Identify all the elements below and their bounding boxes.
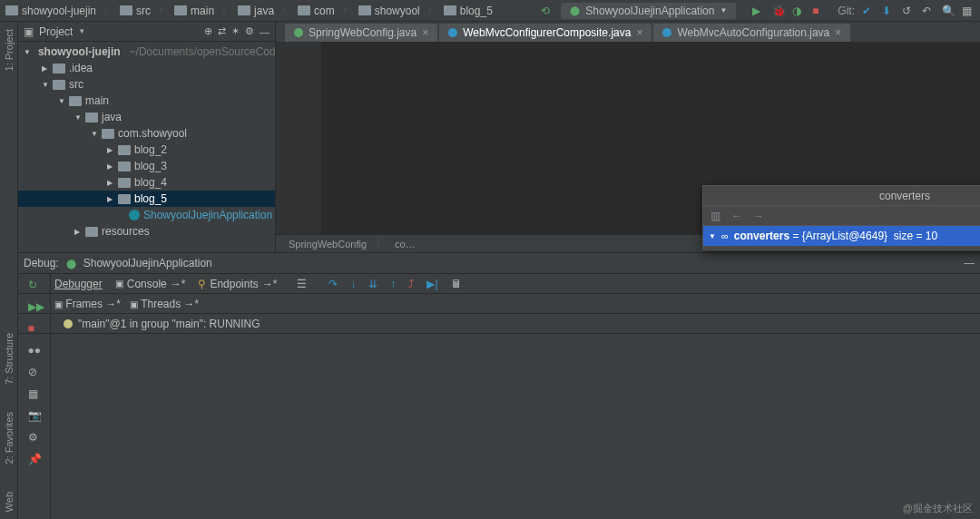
editor-tab[interactable]: SpringWebConfig.java× xyxy=(285,24,437,42)
mute-breakpoints-icon[interactable]: ⊘ xyxy=(28,366,41,378)
debug-left-toolbar: ↻ ▶▶ ■ ●● ⊘ ▦ 📷 ⚙ 📌 xyxy=(18,273,51,519)
sidebar-favorites[interactable]: 2: Favorites xyxy=(4,412,15,464)
step-out-icon[interactable]: ↑ xyxy=(390,278,396,290)
breadcrumb-showyool[interactable]: showyool xyxy=(358,5,420,17)
collapse-icon[interactable]: ✶ xyxy=(231,25,240,37)
tree-item[interactable]: ▼main xyxy=(18,93,275,109)
folder-icon xyxy=(53,80,65,90)
tree-item[interactable]: ▶.idea xyxy=(18,60,275,76)
rerun-icon[interactable]: ↻ xyxy=(28,279,41,291)
new-watch-icon[interactable]: ▥ xyxy=(710,210,720,222)
breadcrumb-src[interactable]: src xyxy=(120,5,151,17)
project-header: ▣ Project ▼ ⊕ ⇄ ✶ ⚙ — xyxy=(18,22,275,42)
tree-item[interactable]: ▶blog_2 xyxy=(18,142,275,158)
debug-icon[interactable]: 🐞 xyxy=(772,5,785,17)
git-revert-icon[interactable]: ↶ xyxy=(922,5,935,17)
step-into-icon[interactable]: ↓ xyxy=(350,278,356,290)
layout-icon[interactable]: ▦ xyxy=(28,387,41,400)
tab-debugger[interactable]: Debugger xyxy=(54,278,103,290)
tree-item[interactable]: ▼src xyxy=(18,76,275,93)
file-icon xyxy=(294,28,303,37)
step-over-icon[interactable]: ↷ xyxy=(328,278,338,290)
debug-session-name[interactable]: ShowyoolJuejinApplication xyxy=(83,257,212,269)
close-icon[interactable]: × xyxy=(636,26,642,39)
settings-icon[interactable]: ⚙ xyxy=(28,431,41,444)
back-icon[interactable]: ← xyxy=(731,210,742,222)
evaluate-icon[interactable]: 🖩 xyxy=(451,278,462,290)
editor-tab[interactable]: WebMvcAutoConfiguration.java× xyxy=(653,24,850,42)
folder-icon xyxy=(120,5,132,15)
force-step-into-icon[interactable]: ⇊ xyxy=(368,278,377,290)
popup-summary-row[interactable]: ▼ ∞ converters = {ArrayList@4649} size =… xyxy=(703,226,980,246)
run-to-cursor-icon[interactable]: ▶| xyxy=(426,278,437,290)
tree-item[interactable]: ▶blog_5 xyxy=(18,191,275,207)
view-breakpoints-icon[interactable]: ●● xyxy=(28,344,41,357)
search-icon[interactable]: 🔍 xyxy=(942,5,955,17)
gear-icon[interactable]: ⚙ xyxy=(245,25,254,37)
folder-icon xyxy=(118,178,131,188)
git-commit-icon[interactable]: ✔ xyxy=(862,5,875,17)
breadcrumb-root[interactable]: showyool-juejin xyxy=(5,5,96,17)
editor: SpringWebConfig.java×WebMvcConfigurerCom… xyxy=(276,22,980,252)
close-icon[interactable]: × xyxy=(422,26,428,39)
breadcrumb-java[interactable]: java xyxy=(238,5,274,17)
coverage-icon[interactable]: ◑ xyxy=(792,5,805,17)
resume-icon[interactable]: ▶▶ xyxy=(28,300,41,313)
breadcrumb-com[interactable]: com xyxy=(298,5,335,17)
debug-tabs: Debugger ▣Console →* ⚲Endpoints →* ☰ ↷ ↓… xyxy=(18,273,980,293)
tree-root[interactable]: ▼showyool-juejin~/Documents/openSourceCo… xyxy=(18,44,275,60)
tree-item[interactable]: ▼com.showyool xyxy=(18,125,275,142)
tree-item[interactable]: ShowyoolJuejinApplication xyxy=(18,207,275,223)
breadcrumb-blog5[interactable]: blog_5 xyxy=(444,5,493,17)
tab-endpoints[interactable]: ⚲Endpoints →* xyxy=(198,278,277,290)
sidebar-project[interactable]: 1: Project xyxy=(4,29,15,71)
expand-all-icon[interactable]: ⇄ xyxy=(218,25,226,37)
pin-icon[interactable]: 📌 xyxy=(28,453,41,465)
stop-icon[interactable]: ■ xyxy=(28,322,41,335)
close-icon[interactable]: × xyxy=(835,26,841,39)
chevron-down-icon: ▼ xyxy=(709,232,716,240)
editor-gutter[interactable] xyxy=(276,42,321,234)
debugger-eval-popup[interactable]: converters ▥ ← → ▼ ∞ converters = {Array… xyxy=(702,185,980,250)
run-icon[interactable]: ▶ xyxy=(752,5,765,17)
tree-item[interactable]: ▼java xyxy=(18,109,275,125)
git-history-icon[interactable]: ↺ xyxy=(902,5,915,17)
chevron-right-icon: 〉 xyxy=(158,5,167,17)
chevron-down-icon[interactable]: ▼ xyxy=(78,27,85,35)
forward-icon[interactable]: → xyxy=(753,210,764,222)
thread-selector[interactable]: "main"@1 in group "main": RUNNING xyxy=(18,313,980,333)
frames-dropdown[interactable]: ▣ Frames →* xyxy=(54,298,121,310)
select-opened-file-icon[interactable]: ⊕ xyxy=(204,25,212,37)
breadcrumb-main[interactable]: main xyxy=(174,5,214,17)
tree-item[interactable]: ▶resources xyxy=(18,223,275,240)
git-update-icon[interactable]: ⬇ xyxy=(882,5,895,17)
tab-console[interactable]: ▣Console →* xyxy=(115,278,186,290)
folder-icon xyxy=(358,5,371,15)
popup-title: converters xyxy=(703,186,980,206)
threads-dropdown[interactable]: ▣ Threads →* xyxy=(130,298,199,310)
run-configuration-selector[interactable]: ⬤ShowyoolJuejinApplication▼ xyxy=(561,3,736,19)
stop-icon[interactable]: ■ xyxy=(812,5,825,17)
folder-icon xyxy=(118,145,131,155)
drop-frame-icon[interactable]: ⤴ xyxy=(408,278,414,290)
chevron-right-icon: 〉 xyxy=(103,5,113,17)
spring-boot-icon: ⬤ xyxy=(570,5,580,15)
debug-tool-window: Debug: ⬤ ShowyoolJuejinApplication — ↻ ▶… xyxy=(18,252,980,519)
folder-icon xyxy=(102,129,114,139)
sidebar-web[interactable]: Web xyxy=(4,492,15,512)
editor-tab[interactable]: WebMvcConfigurerComposite.java× xyxy=(439,24,652,42)
folder-icon xyxy=(5,5,18,15)
tree-item[interactable]: ▶blog_3 xyxy=(18,158,275,174)
project-tree[interactable]: ▼showyool-juejin~/Documents/openSourceCo… xyxy=(18,42,275,252)
debug-frames-bar: ▣ Frames →* ▣ Threads →* xyxy=(18,293,980,313)
chevron-down-icon: ▼ xyxy=(720,6,727,15)
project-tool-window: ▣ Project ▼ ⊕ ⇄ ✶ ⚙ — ▼showyool-juejin~/… xyxy=(18,22,276,252)
sync-icon[interactable]: ⟲ xyxy=(541,5,554,17)
ide-settings-icon[interactable]: ▦ xyxy=(962,5,975,17)
tree-item[interactable]: ▶blog_4 xyxy=(18,174,275,191)
sidebar-structure[interactable]: 7: Structure xyxy=(4,333,15,385)
camera-icon[interactable]: 📷 xyxy=(28,409,41,422)
hide-icon[interactable]: — xyxy=(964,257,975,269)
project-view-title[interactable]: Project xyxy=(39,25,73,38)
hide-icon[interactable]: — xyxy=(260,26,270,37)
